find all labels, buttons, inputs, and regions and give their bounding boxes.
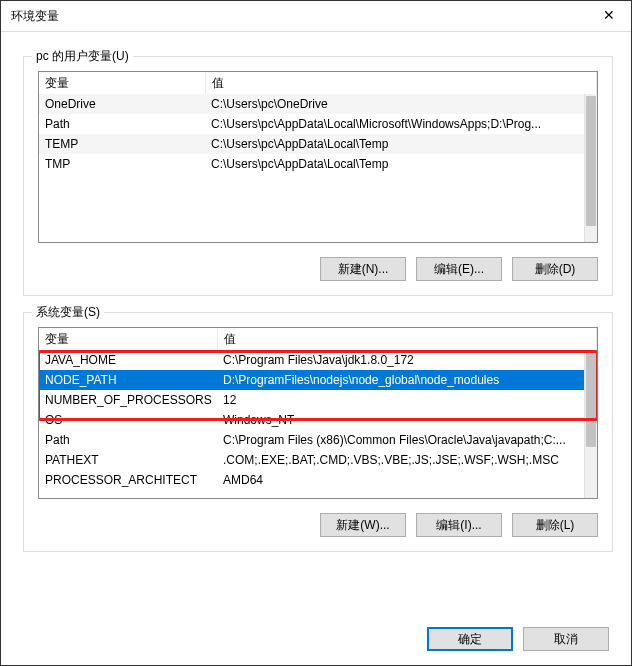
user-new-button[interactable]: 新建(N)...: [320, 257, 406, 281]
titlebar[interactable]: 环境变量 ✕: [1, 1, 631, 32]
var-name: OS: [39, 410, 217, 430]
close-icon: ✕: [603, 7, 615, 23]
col-header-variable[interactable]: 变量: [39, 72, 206, 94]
table-row[interactable]: OneDriveC:\Users\pc\OneDrive: [39, 94, 585, 114]
cancel-button[interactable]: 取消: [523, 627, 609, 651]
env-vars-dialog: 环境变量 ✕ pc 的用户变量(U) 变量 值 OneDriveC:\Users…: [0, 0, 632, 666]
close-button[interactable]: ✕: [586, 1, 631, 31]
table-row[interactable]: PathC:\Users\pc\AppData\Local\Microsoft\…: [39, 114, 585, 134]
var-value: D:\ProgramFiles\nodejs\node_global\node_…: [217, 370, 585, 390]
user-edit-button[interactable]: 编辑(E)...: [416, 257, 502, 281]
col-header-value[interactable]: 值: [218, 328, 597, 350]
system-new-button[interactable]: 新建(W)...: [320, 513, 406, 537]
var-value: Windows_NT: [217, 410, 585, 430]
system-vars-group: 系统变量(S) 变量 值 JAVA_HOMEC:\Program Files\J…: [23, 312, 613, 552]
scroll-thumb[interactable]: [586, 352, 596, 447]
var-value: C:\Users\pc\AppData\Local\Temp: [205, 154, 585, 174]
var-name: PATHEXT: [39, 450, 217, 470]
table-row[interactable]: JAVA_HOMEC:\Program Files\Java\jdk1.8.0_…: [39, 350, 585, 370]
ok-button[interactable]: 确定: [427, 627, 513, 651]
user-vars-listbox[interactable]: 变量 值 OneDriveC:\Users\pc\OneDrivePathC:\…: [38, 71, 598, 243]
system-vars-body: JAVA_HOMEC:\Program Files\Java\jdk1.8.0_…: [39, 350, 585, 498]
var-name: PROCESSOR_ARCHITECT: [39, 470, 217, 490]
table-row[interactable]: OSWindows_NT: [39, 410, 585, 430]
table-row[interactable]: PROCESSOR_ARCHITECTAMD64: [39, 470, 585, 490]
table-row[interactable]: PathC:\Program Files (x86)\Common Files\…: [39, 430, 585, 450]
user-vars-group-title: pc 的用户变量(U): [32, 48, 133, 65]
var-name: NUMBER_OF_PROCESSORS: [39, 390, 217, 410]
system-edit-button[interactable]: 编辑(I)...: [416, 513, 502, 537]
table-row[interactable]: TEMPC:\Users\pc\AppData\Local\Temp: [39, 134, 585, 154]
var-value: C:\Program Files (x86)\Common Files\Orac…: [217, 430, 585, 450]
table-row[interactable]: TMPC:\Users\pc\AppData\Local\Temp: [39, 154, 585, 174]
var-value: C:\Program Files\Java\jdk1.8.0_172: [217, 350, 585, 370]
system-vars-group-title: 系统变量(S): [32, 304, 104, 321]
var-name: Path: [39, 114, 205, 134]
var-name: OneDrive: [39, 94, 205, 114]
var-name: TEMP: [39, 134, 205, 154]
user-vars-body: OneDriveC:\Users\pc\OneDrivePathC:\Users…: [39, 94, 585, 242]
system-vars-listbox[interactable]: 变量 值 JAVA_HOMEC:\Program Files\Java\jdk1…: [38, 327, 598, 499]
var-value: .COM;.EXE;.BAT;.CMD;.VBS;.VBE;.JS;.JSE;.…: [217, 450, 585, 470]
user-vars-group: pc 的用户变量(U) 变量 值 OneDriveC:\Users\pc\One…: [23, 56, 613, 296]
scrollbar[interactable]: [584, 350, 597, 498]
var-value: C:\Users\pc\OneDrive: [205, 94, 585, 114]
var-value: C:\Users\pc\AppData\Local\Microsoft\Wind…: [205, 114, 585, 134]
scrollbar[interactable]: [584, 94, 597, 242]
user-delete-button[interactable]: 删除(D): [512, 257, 598, 281]
col-header-variable[interactable]: 变量: [39, 328, 218, 350]
list-header: 变量 值: [39, 72, 597, 95]
window-title: 环境变量: [11, 9, 59, 23]
table-row[interactable]: NUMBER_OF_PROCESSORS12: [39, 390, 585, 410]
var-value: C:\Users\pc\AppData\Local\Temp: [205, 134, 585, 154]
var-name: JAVA_HOME: [39, 350, 217, 370]
user-vars-buttons: 新建(N)... 编辑(E)... 删除(D): [38, 257, 598, 281]
dialog-content: pc 的用户变量(U) 变量 值 OneDriveC:\Users\pc\One…: [1, 32, 631, 570]
dialog-buttons: 确定 取消: [427, 627, 609, 651]
var-name: Path: [39, 430, 217, 450]
system-delete-button[interactable]: 删除(L): [512, 513, 598, 537]
list-header: 变量 值: [39, 328, 597, 351]
var-name: NODE_PATH: [39, 370, 217, 390]
var-value: 12: [217, 390, 585, 410]
var-value: AMD64: [217, 470, 585, 490]
col-header-value[interactable]: 值: [206, 72, 597, 94]
scroll-thumb[interactable]: [586, 96, 596, 226]
var-name: TMP: [39, 154, 205, 174]
table-row[interactable]: NODE_PATHD:\ProgramFiles\nodejs\node_glo…: [39, 370, 585, 390]
table-row[interactable]: PATHEXT.COM;.EXE;.BAT;.CMD;.VBS;.VBE;.JS…: [39, 450, 585, 470]
system-vars-buttons: 新建(W)... 编辑(I)... 删除(L): [38, 513, 598, 537]
